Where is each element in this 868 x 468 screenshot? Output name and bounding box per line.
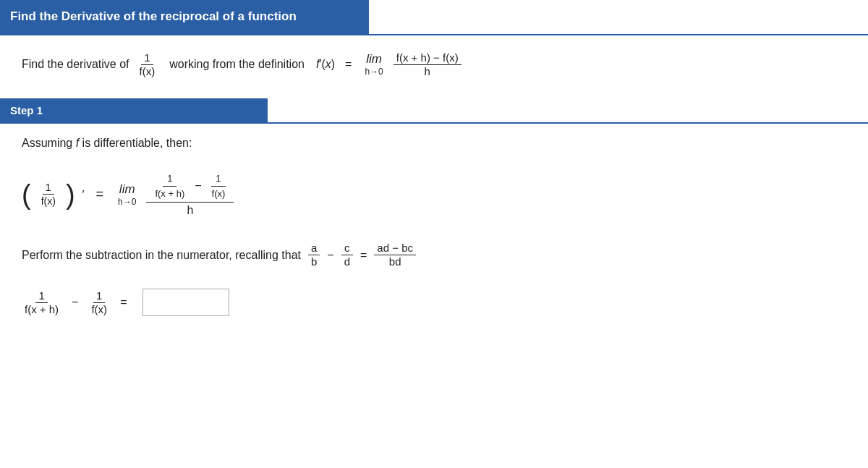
recall-ad-numer: ad − bc	[374, 242, 416, 255]
step1-lim: lim h→0	[118, 182, 136, 207]
final-frac1-denom: f(x + h)	[22, 303, 61, 316]
intro-section: Find the derivative of 1 f(x) working fr…	[0, 35, 868, 85]
final-frac1-numer: 1	[35, 289, 47, 303]
close-paren: )	[66, 181, 75, 208]
equals1: =	[96, 187, 104, 202]
step1-content: Assuming f is differentiable, then: ( 1 …	[0, 124, 868, 329]
working-text: working from the definition	[169, 58, 305, 71]
equals2: =	[360, 249, 367, 262]
minus1: −	[195, 179, 201, 192]
final-frac2-denom: f(x)	[88, 303, 110, 316]
page-header: Find the Derivative of the reciprocal of…	[0, 0, 369, 34]
intro-lim: lim h→0	[365, 52, 383, 77]
final-equals: =	[120, 296, 127, 309]
numer-frac1-bot: f(x + h)	[150, 187, 189, 201]
recall-a-numer: a	[308, 242, 320, 255]
intro-lim-word: lim	[366, 52, 382, 67]
step1-lim-sub: h→0	[118, 197, 136, 207]
f-italic: f	[76, 137, 79, 149]
big-frac-numer: 1 f(x + h) − 1 f(x)	[146, 170, 234, 203]
intro-def-denom: h	[422, 65, 433, 78]
left-frac-denom: f(x)	[38, 195, 59, 208]
numer-frac2-bot: f(x)	[208, 187, 230, 201]
final-frac2-numer: 1	[93, 289, 105, 303]
fprime: f′(x)	[316, 58, 335, 71]
step1-label: Step 1	[10, 104, 43, 116]
numer-frac1: 1 f(x + h)	[150, 171, 189, 200]
assuming-text: Assuming f is differentiable, then:	[22, 137, 846, 150]
numer-frac1-top: 1	[163, 171, 176, 187]
open-paren: (	[22, 181, 31, 208]
intro-frac-numer: 1	[141, 51, 153, 65]
intro-def-numer: f(x + h) − f(x)	[393, 51, 461, 65]
recall-c-denom: d	[341, 255, 353, 268]
left-frac-numer: 1	[43, 181, 54, 195]
intro-frac-denom: f(x)	[137, 65, 158, 78]
left-fraction: 1 f(x)	[38, 181, 59, 208]
main-formula-row: ( 1 f(x) ) ′ = lim h→0 1 f(x + h) −	[22, 170, 846, 218]
big-frac-denom: h	[182, 203, 197, 218]
header-title: Find the Derivative of the reciprocal of…	[10, 9, 297, 23]
find-text: Find the derivative of	[22, 58, 129, 71]
recall-c-numer: c	[341, 242, 353, 255]
intro-def-fraction: f(x + h) − f(x) h	[393, 51, 461, 78]
final-frac1: 1 f(x + h)	[22, 289, 61, 316]
recall-ad-denom: bd	[386, 255, 404, 268]
prime-symbol: ′	[82, 189, 85, 202]
recall-frac-ad: ad − bc bd	[374, 242, 416, 268]
minus2: −	[327, 249, 333, 262]
final-minus: −	[72, 296, 78, 309]
numer-frac2: 1 f(x)	[208, 171, 230, 200]
step1-lim-word: lim	[119, 182, 135, 197]
step1-bar: Step 1	[0, 98, 268, 122]
recalling-row: Perform the subtraction in the numerator…	[22, 242, 846, 268]
big-fraction: 1 f(x + h) − 1 f(x) h	[146, 170, 234, 218]
recall-a-denom: b	[308, 255, 320, 268]
final-row: 1 f(x + h) − 1 f(x) =	[22, 289, 846, 316]
intro-fraction: 1 f(x)	[137, 51, 158, 78]
recall-frac-c: c d	[341, 242, 353, 268]
numer-frac2-top: 1	[211, 171, 225, 187]
equals-intro: =	[345, 58, 352, 71]
final-frac2: 1 f(x)	[88, 289, 110, 316]
recall-frac-a: a b	[308, 242, 320, 268]
answer-input-box[interactable]	[142, 289, 229, 316]
recalling-text-label: Perform the subtraction in the numerator…	[22, 249, 301, 262]
intro-lim-sub: h→0	[365, 67, 383, 77]
